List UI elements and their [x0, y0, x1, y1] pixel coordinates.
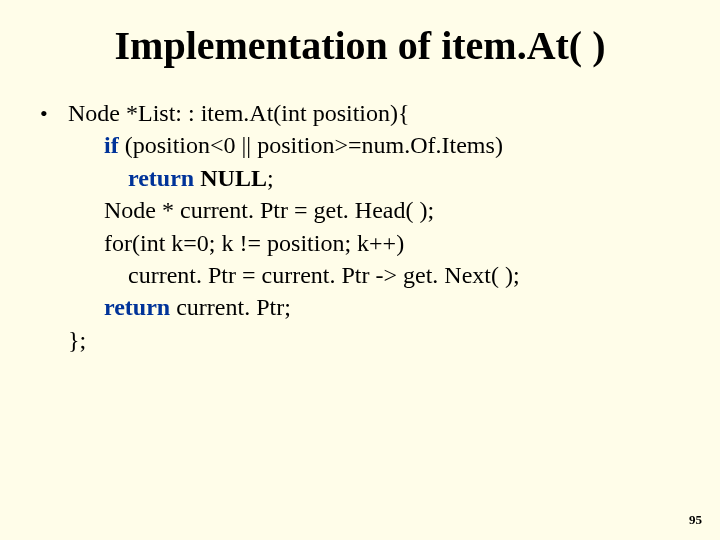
code-line-return-null: return NULL;	[68, 162, 680, 194]
code-line-if: if (position<0 || position>=num.Of.Items…	[68, 129, 680, 161]
code-line-decl: Node *List: : item.At(int position){	[68, 97, 680, 129]
slide: Implementation of item.At( ) • Node *Lis…	[0, 0, 720, 540]
keyword-return: return	[104, 294, 170, 320]
code-line-return: return current. Ptr;	[68, 291, 680, 323]
bullet-item: • Node *List: : item.At(int position){ i…	[40, 97, 680, 356]
code-line-for-body: current. Ptr = current. Ptr -> get. Next…	[68, 259, 680, 291]
slide-title: Implementation of item.At( )	[0, 0, 720, 79]
if-condition: (position<0 || position>=num.Of.Items)	[119, 132, 503, 158]
semicolon: ;	[267, 165, 274, 191]
slide-body: • Node *List: : item.At(int position){ i…	[0, 79, 720, 356]
page-number: 95	[689, 512, 702, 528]
bullet-glyph: •	[40, 97, 68, 129]
return-value: current. Ptr;	[170, 294, 291, 320]
code-line-close: };	[68, 324, 680, 356]
code-line-ptr-decl: Node * current. Ptr = get. Head( );	[68, 194, 680, 226]
keyword-if: if	[104, 132, 119, 158]
code-line-for: for(int k=0; k != position; k++)	[68, 227, 680, 259]
keyword-null: NULL	[194, 165, 267, 191]
keyword-return: return	[128, 165, 194, 191]
code-block: Node *List: : item.At(int position){ if …	[68, 97, 680, 356]
